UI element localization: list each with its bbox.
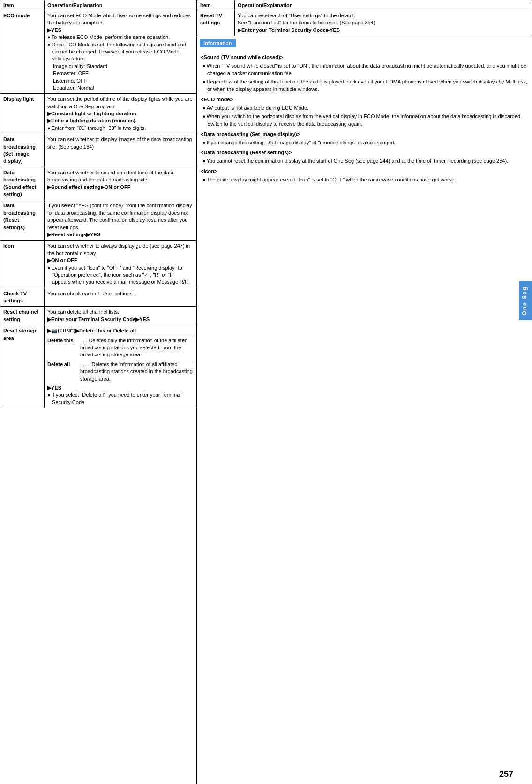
op-data-broadcasting-sound: You can set whether to sound an effect t… — [45, 167, 196, 200]
op-eco-mode: You can set ECO Mode which fixes some se… — [45, 10, 196, 94]
item-eco-mode: ECO mode — [0, 10, 45, 94]
table-row: Delete this . . . Deletes only the infor… — [47, 337, 193, 361]
side-tab: One Seg — [519, 281, 532, 320]
op-check-tv: You can check each of "User settings". — [45, 288, 196, 307]
left-header-operation: Operation/Explanation — [45, 0, 196, 10]
left-header-item: Item — [0, 0, 45, 10]
item-data-broadcasting-sound: Data broadcasting(Sound effect setting) — [0, 167, 45, 200]
item-data-broadcasting-reset: Data broadcasting(Reset settings) — [0, 200, 45, 241]
table-row: Check TV settings You can check each of … — [0, 288, 196, 307]
item-display-light: Display light — [0, 94, 45, 134]
table-row: Data broadcasting(Reset settings) If you… — [0, 200, 196, 241]
info-title-icon: <Icon> — [201, 168, 528, 175]
item-reset-tv: Reset TV settings — [197, 10, 235, 36]
info-bullet: The guide display might appear even if "… — [201, 176, 528, 184]
table-row: Display light You can set the period of … — [0, 94, 196, 134]
item-data-broadcasting-image: Data broadcasting(Set image display) — [0, 134, 45, 167]
op-reset-channel: You can delete all channel lists. ▶Enter… — [45, 307, 196, 325]
info-bullet: You cannot reset the confirmation displa… — [201, 158, 528, 165]
op-icon: You can set whether to always display gu… — [45, 241, 196, 288]
item-reset-storage: Reset storage area — [0, 325, 45, 408]
op-reset-tv: You can reset each of "User settings" to… — [235, 10, 532, 36]
table-row: Icon You can set whether to always displ… — [0, 241, 196, 288]
info-title-sound: <Sound (TV sound while closed)> — [201, 54, 528, 61]
info-title-db-image: <Data broadcasting (Set image display)> — [201, 131, 528, 138]
right-header-item: Item — [197, 0, 235, 10]
item-reset-channel: Reset channel setting — [0, 307, 45, 325]
info-bullet: AV output is not available during ECO Mo… — [201, 105, 528, 112]
right-table: Item Operation/Explanation Reset TV sett… — [197, 0, 532, 36]
table-row: Delete all . . . . Deletes the informati… — [47, 361, 193, 384]
table-row: Reset channel setting You can delete all… — [0, 307, 196, 325]
table-row: ECO mode You can set ECO Mode which fixe… — [0, 10, 196, 94]
table-row: Data broadcasting(Sound effect setting) … — [0, 167, 196, 200]
op-data-broadcasting-reset: If you select "YES (confirm once)" from … — [45, 200, 196, 241]
left-table: Item Operation/Explanation ECO mode You … — [0, 0, 196, 408]
info-bullet: When you switch to the horizontal displa… — [201, 113, 528, 128]
info-bullet: When "TV sound while closed" is set to "… — [201, 62, 528, 77]
op-display-light: You can set the period of time of the di… — [45, 94, 196, 134]
op-reset-storage: ▶📷(FUNC)▶Delete this or Delete all Delet… — [45, 325, 196, 408]
table-row: Data broadcasting(Set image display) You… — [0, 134, 196, 167]
info-label-box: Information — [197, 36, 532, 49]
info-title-db-reset: <Data broadcasting (Reset settings)> — [201, 149, 528, 157]
left-column: Item Operation/Explanation ECO mode You … — [0, 0, 197, 784]
info-bullet: Regardless of the setting of this functi… — [201, 78, 528, 93]
right-header-operation: Operation/Explanation — [235, 0, 532, 10]
table-row: Reset storage area ▶📷(FUNC)▶Delete this … — [0, 325, 196, 408]
table-row: Reset TV settings You can reset each of … — [197, 10, 532, 36]
info-label: Information — [200, 39, 236, 47]
info-bullet: If you change this setting, "Set image d… — [201, 139, 528, 147]
op-data-broadcasting-image: You can set whether to display images of… — [45, 134, 196, 167]
item-icon: Icon — [0, 241, 45, 288]
info-content: <Sound (TV sound while closed)> When "TV… — [197, 49, 532, 186]
page-number: 257 — [499, 769, 513, 779]
delete-sub-table: Delete this . . . Deletes only the infor… — [47, 337, 193, 384]
right-column: Item Operation/Explanation Reset TV sett… — [197, 0, 532, 784]
info-title-eco: <ECO mode> — [201, 96, 528, 104]
item-check-tv: Check TV settings — [0, 288, 45, 307]
